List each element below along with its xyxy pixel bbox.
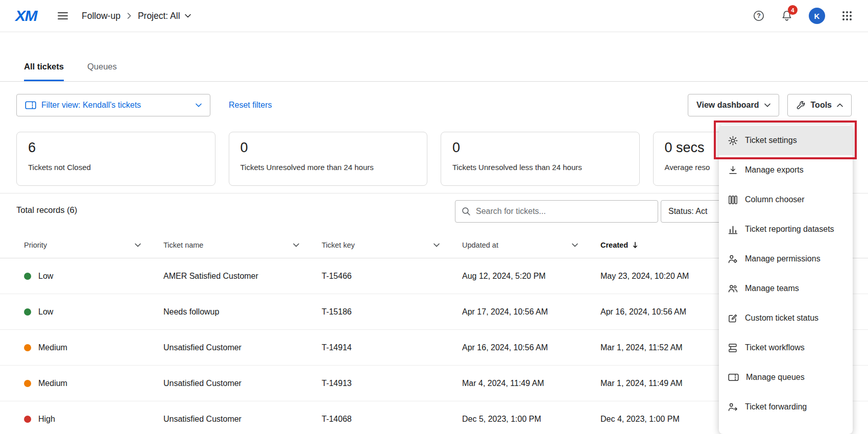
menu-item-ticket-settings[interactable]: Ticket settings bbox=[719, 126, 853, 155]
breadcrumb: Follow-up Project: All bbox=[82, 11, 191, 21]
chevron-down-icon bbox=[185, 14, 191, 18]
priority-dot bbox=[24, 308, 31, 316]
ticket-key-cell: T-14913 bbox=[322, 379, 462, 388]
column-label: Created bbox=[600, 241, 628, 249]
edit-icon bbox=[728, 314, 738, 323]
chevron-down-icon[interactable] bbox=[135, 243, 141, 247]
priority-label: Medium bbox=[38, 343, 67, 352]
chevron-down-icon[interactable] bbox=[293, 243, 299, 247]
menu-item-label: Manage teams bbox=[745, 284, 799, 293]
priority-label: High bbox=[38, 415, 55, 424]
priority-label: Medium bbox=[38, 379, 67, 388]
column-header-priority[interactable]: Priority bbox=[24, 241, 163, 249]
tools-button[interactable]: Tools bbox=[787, 94, 852, 116]
tools-menu: Ticket settings Manage exports Column ch… bbox=[719, 125, 853, 434]
breadcrumb-project[interactable]: Follow-up bbox=[82, 11, 120, 21]
ticket-name-cell: AMER Satisfied Customer bbox=[163, 272, 322, 281]
menu-item-label: Ticket reporting datasets bbox=[745, 225, 834, 234]
filter-view-dropdown[interactable]: Filter view: Kendall's tickets bbox=[16, 94, 210, 116]
menu-item-manage-exports[interactable]: Manage exports bbox=[719, 155, 853, 185]
column-header-updated-at[interactable]: Updated at bbox=[462, 241, 600, 249]
menu-item-label: Manage queues bbox=[746, 373, 805, 382]
tab-queues[interactable]: Queues bbox=[87, 62, 117, 81]
priority-dot bbox=[24, 273, 31, 280]
stat-label: Tickets not Closed bbox=[28, 163, 204, 172]
stat-value: 6 bbox=[28, 140, 204, 156]
menu-item-label: Ticket forwarding bbox=[745, 402, 807, 412]
ticket-name-cell: Needs followup bbox=[163, 307, 322, 317]
menu-item-label: Ticket settings bbox=[745, 136, 797, 145]
person-gear-icon bbox=[728, 254, 738, 264]
chevron-right-icon bbox=[127, 13, 131, 19]
menu-item-column-chooser[interactable]: Column chooser bbox=[719, 185, 853, 214]
menu-item-ticket-forwarding[interactable]: Ticket forwarding bbox=[719, 392, 853, 422]
xm-logo: XM bbox=[15, 7, 37, 25]
status-filter-label: Status: Act bbox=[668, 207, 707, 216]
forward-person-icon bbox=[728, 402, 738, 412]
priority-dot bbox=[24, 416, 31, 423]
ticket-name-cell: Unsatisfied Customer bbox=[163, 415, 322, 424]
tools-label: Tools bbox=[811, 101, 832, 110]
download-icon bbox=[728, 165, 738, 175]
priority-label: Low bbox=[38, 272, 53, 281]
menu-item-ticket-reporting-datasets[interactable]: Ticket reporting datasets bbox=[719, 214, 853, 244]
priority-cell: Low bbox=[24, 272, 163, 281]
apps-grid-button[interactable] bbox=[841, 10, 853, 21]
tab-all-tickets[interactable]: All tickets bbox=[24, 62, 64, 81]
search-icon bbox=[462, 207, 471, 216]
priority-dot bbox=[24, 344, 31, 351]
search-input[interactable] bbox=[476, 207, 652, 216]
ticket-name-cell: Unsatisfied Customer bbox=[163, 379, 322, 388]
ticket-key-cell: T-15186 bbox=[322, 307, 462, 317]
wrench-icon bbox=[796, 101, 806, 110]
app-screen: XM Follow-up Project: All ? bbox=[0, 0, 868, 434]
menu-item-label: Ticket workflows bbox=[745, 343, 805, 352]
chevron-down-icon[interactable] bbox=[433, 243, 440, 247]
column-header-ticket-name[interactable]: Ticket name bbox=[163, 241, 322, 249]
chevron-up-icon bbox=[837, 103, 843, 107]
ticket-name-cell: Unsatisfied Customer bbox=[163, 343, 322, 352]
sort-desc-icon bbox=[632, 242, 638, 249]
notification-badge: 4 bbox=[788, 5, 798, 15]
columns-icon bbox=[728, 195, 738, 205]
view-dashboard-button[interactable]: View dashboard bbox=[688, 94, 779, 116]
hamburger-icon bbox=[57, 11, 68, 21]
project-scope-dropdown[interactable]: Project: All bbox=[138, 11, 191, 21]
project-scope-label: Project: All bbox=[138, 11, 180, 21]
priority-cell: High bbox=[24, 415, 163, 424]
ticket-key-cell: T-15466 bbox=[322, 272, 462, 281]
filter-row-actions: View dashboard Tools bbox=[688, 94, 852, 116]
svg-text:?: ? bbox=[757, 12, 761, 19]
menu-item-manage-queues[interactable]: Manage queues bbox=[719, 363, 853, 392]
priority-cell: Low bbox=[24, 307, 163, 317]
total-records-label: Total records (6) bbox=[16, 205, 77, 215]
menu-item-custom-ticket-status[interactable]: Custom ticket status bbox=[719, 303, 853, 333]
column-header-ticket-key[interactable]: Ticket key bbox=[322, 241, 462, 249]
updated-at-cell: Apr 17, 2024, 10:56 AM bbox=[462, 307, 600, 317]
hamburger-menu-button[interactable] bbox=[57, 11, 68, 21]
ticket-icon bbox=[728, 373, 739, 381]
stat-label: Tickets Unresolved more than 24 hours bbox=[240, 163, 416, 172]
menu-item-label: Manage exports bbox=[745, 165, 804, 175]
stat-value: 0 bbox=[452, 140, 628, 156]
avatar[interactable]: K bbox=[809, 8, 825, 24]
stat-value: 0 bbox=[240, 140, 416, 156]
workflow-icon bbox=[728, 343, 738, 353]
menu-item-manage-teams[interactable]: Manage teams bbox=[719, 274, 853, 303]
bar-chart-icon bbox=[728, 225, 738, 234]
chevron-down-icon[interactable] bbox=[572, 243, 578, 247]
notifications-button[interactable]: 4 bbox=[781, 10, 792, 22]
view-dashboard-label: View dashboard bbox=[696, 101, 759, 110]
updated-at-cell: Mar 4, 2024, 11:49 AM bbox=[462, 379, 600, 388]
help-button[interactable]: ? bbox=[753, 10, 765, 22]
help-icon: ? bbox=[753, 10, 765, 22]
priority-dot bbox=[24, 380, 31, 387]
reset-filters-link[interactable]: Reset filters bbox=[229, 101, 272, 110]
filter-row: Filter view: Kendall's tickets Reset fil… bbox=[0, 82, 868, 129]
column-label: Ticket name bbox=[163, 241, 203, 249]
stat-card-not-closed: 6 Tickets not Closed bbox=[16, 132, 215, 186]
menu-item-label: Column chooser bbox=[745, 195, 805, 204]
chevron-down-icon bbox=[764, 103, 770, 107]
menu-item-ticket-workflows[interactable]: Ticket workflows bbox=[719, 333, 853, 363]
menu-item-manage-permissions[interactable]: Manage permissions bbox=[719, 244, 853, 274]
